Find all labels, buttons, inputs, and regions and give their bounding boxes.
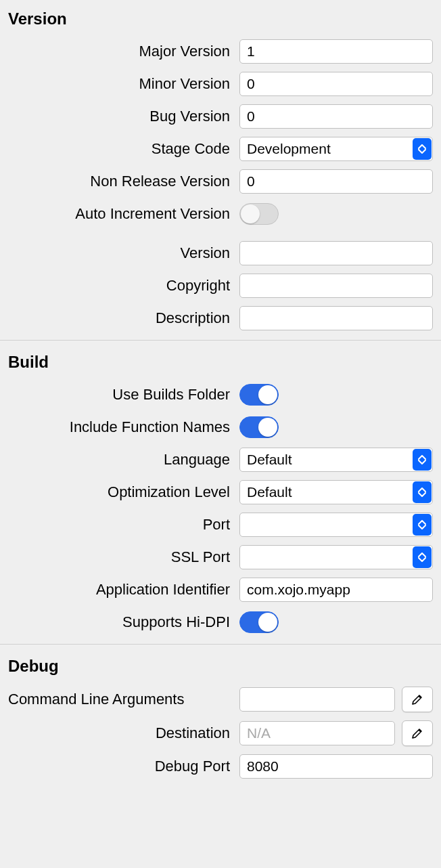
destination-input[interactable] [239,721,395,745]
section-divider [0,644,441,645]
section-divider [0,340,441,341]
command-line-arguments-input[interactable] [239,687,395,712]
ssl-port-select[interactable] [239,545,433,569]
edit-destination-button[interactable] [402,720,433,746]
debug-port-input[interactable] [239,754,433,779]
copyright-input[interactable] [239,274,433,298]
description-input[interactable] [239,306,433,330]
label-optimization-level: Optimization Level [0,483,230,501]
optimization-level-select[interactable] [239,480,433,504]
label-include-function-names: Include Function Names [0,418,230,436]
auto-increment-toggle[interactable] [239,203,279,225]
label-supports-hidpi: Supports Hi-DPI [0,613,230,631]
section-title-build: Build [0,343,441,378]
label-major-version: Major Version [0,43,230,60]
pencil-icon [411,693,424,706]
major-version-input[interactable] [239,39,433,64]
nonrelease-version-input[interactable] [239,169,433,194]
label-nonrelease-version: Non Release Version [0,173,230,190]
label-language: Language [0,451,230,469]
label-ssl-port: SSL Port [0,548,230,566]
label-copyright: Copyright [0,277,230,295]
label-command-line-arguments: Command Line Arguments [0,691,230,708]
language-select[interactable] [239,448,433,472]
label-use-builds-folder: Use Builds Folder [0,386,230,404]
use-builds-folder-toggle[interactable] [239,384,279,406]
application-identifier-input[interactable] [239,578,433,602]
label-minor-version: Minor Version [0,75,230,93]
version-input[interactable] [239,241,433,265]
stage-code-select[interactable] [239,137,433,161]
minor-version-input[interactable] [239,72,433,96]
section-title-debug: Debug [0,647,441,682]
supports-hidpi-toggle[interactable] [239,611,279,633]
include-function-names-toggle[interactable] [239,416,279,438]
label-bug-version: Bug Version [0,108,230,125]
label-description: Description [0,309,230,327]
bug-version-input[interactable] [239,104,433,129]
label-debug-port: Debug Port [0,758,230,775]
section-title-version: Version [0,0,441,35]
label-destination: Destination [0,724,230,742]
label-version: Version [0,244,230,262]
pencil-icon [411,726,424,740]
port-select[interactable] [239,513,433,537]
label-port: Port [0,516,230,534]
edit-command-line-button[interactable] [402,687,433,712]
label-stage-code: Stage Code [0,140,230,158]
label-application-identifier: Application Identifier [0,581,230,599]
label-auto-increment: Auto Increment Version [0,205,230,223]
